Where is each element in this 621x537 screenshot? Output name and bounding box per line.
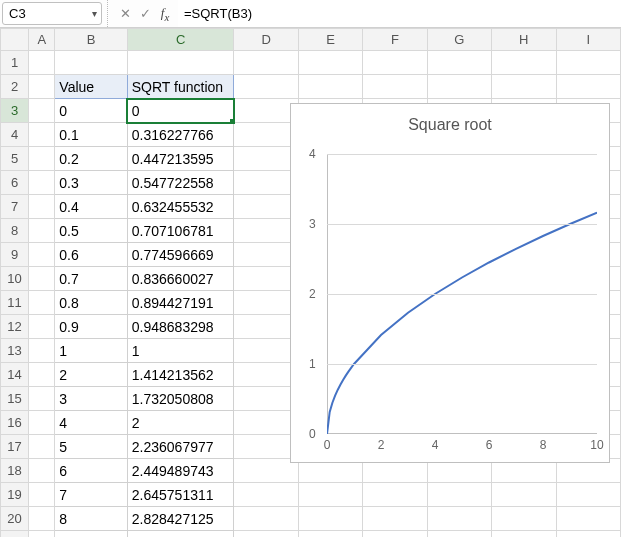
cell-A5[interactable]: [29, 147, 55, 171]
cell-B9[interactable]: 0.6: [55, 243, 127, 267]
cell-F20[interactable]: [363, 507, 427, 531]
cell-D11[interactable]: [234, 291, 298, 315]
cancel-icon[interactable]: ✕: [116, 6, 134, 21]
cell-D7[interactable]: [234, 195, 298, 219]
cell-A1[interactable]: [29, 51, 55, 75]
cell-C19[interactable]: 2.645751311: [127, 483, 234, 507]
cell-C1[interactable]: [127, 51, 234, 75]
cell-H21[interactable]: [492, 531, 556, 538]
cell-C4[interactable]: 0.316227766: [127, 123, 234, 147]
cell-B5[interactable]: 0.2: [55, 147, 127, 171]
cell-B17[interactable]: 5: [55, 435, 127, 459]
cell-B7[interactable]: 0.4: [55, 195, 127, 219]
cell-A21[interactable]: [29, 531, 55, 538]
row-header-10[interactable]: 10: [1, 267, 29, 291]
cell-C7[interactable]: 0.632455532: [127, 195, 234, 219]
cell-B4[interactable]: 0.1: [55, 123, 127, 147]
cell-D1[interactable]: [234, 51, 298, 75]
row-header-7[interactable]: 7: [1, 195, 29, 219]
cell-I2[interactable]: [556, 75, 621, 99]
fx-icon[interactable]: fx: [156, 5, 174, 23]
cell-C11[interactable]: 0.894427191: [127, 291, 234, 315]
cell-A13[interactable]: [29, 339, 55, 363]
cell-D12[interactable]: [234, 315, 298, 339]
cell-H20[interactable]: [492, 507, 556, 531]
cell-I1[interactable]: [556, 51, 621, 75]
cell-A6[interactable]: [29, 171, 55, 195]
column-header-D[interactable]: D: [234, 29, 298, 51]
cell-D16[interactable]: [234, 411, 298, 435]
row-header-2[interactable]: 2: [1, 75, 29, 99]
cell-C12[interactable]: 0.948683298: [127, 315, 234, 339]
cell-B11[interactable]: 0.8: [55, 291, 127, 315]
cell-C5[interactable]: 0.447213595: [127, 147, 234, 171]
cell-C6[interactable]: 0.547722558: [127, 171, 234, 195]
cell-C18[interactable]: 2.449489743: [127, 459, 234, 483]
cell-B13[interactable]: 1: [55, 339, 127, 363]
cell-C8[interactable]: 0.707106781: [127, 219, 234, 243]
cell-C14[interactable]: 1.414213562: [127, 363, 234, 387]
formula-input[interactable]: [178, 0, 621, 27]
column-header-I[interactable]: I: [556, 29, 621, 51]
cell-C17[interactable]: 2.236067977: [127, 435, 234, 459]
cell-E19[interactable]: [298, 483, 362, 507]
row-header-1[interactable]: 1: [1, 51, 29, 75]
row-header-15[interactable]: 15: [1, 387, 29, 411]
row-header-20[interactable]: 20: [1, 507, 29, 531]
cell-C2[interactable]: SQRT function: [127, 75, 234, 99]
cell-D10[interactable]: [234, 267, 298, 291]
cell-B21[interactable]: 9: [55, 531, 127, 538]
cell-A17[interactable]: [29, 435, 55, 459]
cell-H2[interactable]: [492, 75, 556, 99]
column-header-B[interactable]: B: [55, 29, 127, 51]
row-header-18[interactable]: 18: [1, 459, 29, 483]
cell-H19[interactable]: [492, 483, 556, 507]
cell-E20[interactable]: [298, 507, 362, 531]
cell-D18[interactable]: [234, 459, 298, 483]
column-header-E[interactable]: E: [298, 29, 362, 51]
cell-E21[interactable]: [298, 531, 362, 538]
cell-D3[interactable]: [234, 99, 298, 123]
cell-C15[interactable]: 1.732050808: [127, 387, 234, 411]
cell-F19[interactable]: [363, 483, 427, 507]
name-box[interactable]: C3 ▾: [2, 2, 102, 25]
cell-A9[interactable]: [29, 243, 55, 267]
cell-D13[interactable]: [234, 339, 298, 363]
row-header-21[interactable]: 21: [1, 531, 29, 538]
cell-A20[interactable]: [29, 507, 55, 531]
cell-C16[interactable]: 2: [127, 411, 234, 435]
cell-A8[interactable]: [29, 219, 55, 243]
cell-G1[interactable]: [427, 51, 491, 75]
cell-A7[interactable]: [29, 195, 55, 219]
row-header-4[interactable]: 4: [1, 123, 29, 147]
cell-C3[interactable]: 0: [127, 99, 234, 123]
cell-A12[interactable]: [29, 315, 55, 339]
cell-A2[interactable]: [29, 75, 55, 99]
cell-A4[interactable]: [29, 123, 55, 147]
cell-B3[interactable]: 0: [55, 99, 127, 123]
cell-A14[interactable]: [29, 363, 55, 387]
cell-D2[interactable]: [234, 75, 298, 99]
cell-C9[interactable]: 0.774596669: [127, 243, 234, 267]
cell-D6[interactable]: [234, 171, 298, 195]
cell-B16[interactable]: 4: [55, 411, 127, 435]
cell-I19[interactable]: [556, 483, 621, 507]
cell-B12[interactable]: 0.9: [55, 315, 127, 339]
cell-B1[interactable]: [55, 51, 127, 75]
row-header-5[interactable]: 5: [1, 147, 29, 171]
row-header-6[interactable]: 6: [1, 171, 29, 195]
cell-G2[interactable]: [427, 75, 491, 99]
row-header-17[interactable]: 17: [1, 435, 29, 459]
chevron-down-icon[interactable]: ▾: [92, 8, 97, 19]
cell-A3[interactable]: [29, 99, 55, 123]
row-header-13[interactable]: 13: [1, 339, 29, 363]
cell-D9[interactable]: [234, 243, 298, 267]
cell-D5[interactable]: [234, 147, 298, 171]
row-header-3[interactable]: 3: [1, 99, 29, 123]
row-header-8[interactable]: 8: [1, 219, 29, 243]
cell-A19[interactable]: [29, 483, 55, 507]
cell-B10[interactable]: 0.7: [55, 267, 127, 291]
row-header-12[interactable]: 12: [1, 315, 29, 339]
cell-B19[interactable]: 7: [55, 483, 127, 507]
column-header-G[interactable]: G: [427, 29, 491, 51]
